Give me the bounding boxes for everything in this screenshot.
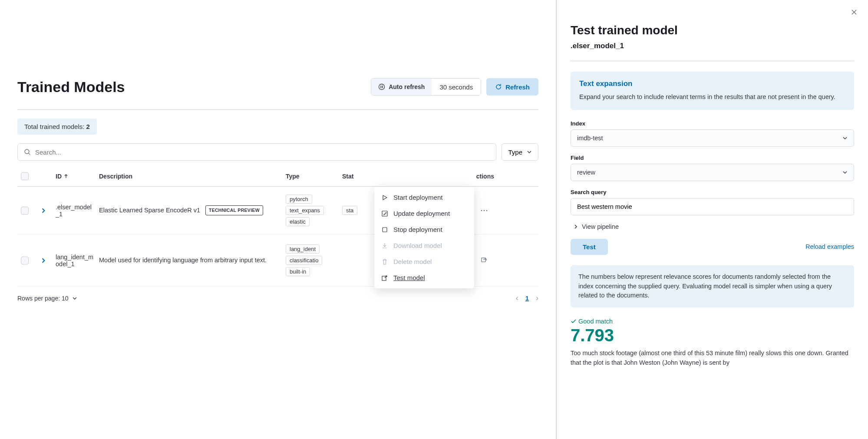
menu-update-deployment[interactable]: Update deployment: [374, 205, 474, 221]
menu-download-model: Download model: [374, 238, 474, 254]
svg-point-5: [481, 210, 482, 211]
trash-icon: [381, 258, 388, 265]
technical-preview-badge: TECHNICAL PREVIEW: [205, 205, 263, 216]
check-icon: [571, 318, 577, 324]
search-input[interactable]: [35, 149, 490, 156]
stop-icon: [381, 226, 388, 233]
reload-examples-link[interactable]: Reload examples: [805, 243, 854, 250]
page-title: Trained Models: [17, 79, 125, 96]
type-tag: lang_ident: [286, 244, 320, 254]
result-document-text: Too much stock footage (almost one third…: [571, 349, 854, 368]
search-query-label: Search query: [571, 189, 854, 195]
divider: [17, 109, 538, 110]
match-label: Good match: [571, 318, 854, 325]
refresh-icon: [495, 83, 502, 90]
svg-rect-11: [382, 276, 386, 281]
refresh-button[interactable]: Refresh: [486, 78, 538, 96]
chevron-down-icon: [842, 135, 848, 141]
pagination: ‹ 1 ›: [516, 294, 538, 303]
field-label: Field: [571, 155, 854, 161]
callout-text: Expand your search to include relevant t…: [579, 92, 845, 102]
row-context-menu: Start deployment Update deployment Stop …: [374, 187, 474, 288]
refresh-label: Refresh: [505, 83, 530, 91]
type-tag: text_expans: [286, 206, 324, 215]
download-icon: [381, 242, 388, 249]
search-icon: [24, 149, 31, 155]
svg-point-6: [484, 210, 485, 211]
autorefresh-toggle[interactable]: Auto refresh: [371, 79, 432, 95]
menu-delete-model: Delete model: [374, 254, 474, 270]
svg-point-0: [379, 84, 385, 90]
menu-stop-deployment[interactable]: Stop deployment: [374, 221, 474, 238]
chevron-down-icon: [527, 149, 532, 155]
type-tag: built-in: [286, 267, 310, 276]
col-state[interactable]: Stat: [342, 173, 412, 180]
svg-point-7: [486, 210, 488, 211]
type-tag: pytorch: [286, 195, 312, 204]
select-all-checkbox[interactable]: [21, 172, 29, 180]
type-tag: elastic: [286, 217, 310, 226]
prev-page-button[interactable]: ‹: [516, 294, 518, 303]
type-filter[interactable]: Type: [502, 143, 538, 161]
export-icon: [381, 274, 388, 281]
close-icon: [851, 9, 858, 16]
test-model-flyout: Test trained model .elser_model_1 Text e…: [557, 0, 868, 439]
relevance-score: 7.793: [571, 326, 854, 345]
autorefresh-interval[interactable]: 30 seconds: [432, 79, 481, 95]
autorefresh-control[interactable]: Auto refresh 30 seconds: [371, 78, 481, 96]
svg-rect-2: [382, 86, 383, 88]
search-input-wrap[interactable]: [17, 143, 496, 161]
pause-icon: [378, 83, 385, 90]
row-checkbox[interactable]: [21, 257, 29, 264]
row-checkbox[interactable]: [21, 207, 29, 215]
state-tag: sta: [342, 206, 357, 215]
col-id[interactable]: ID: [56, 173, 99, 180]
next-page-button[interactable]: ›: [536, 294, 538, 303]
index-select[interactable]: imdb-test: [571, 129, 854, 147]
svg-rect-8: [482, 258, 485, 262]
autorefresh-label: Auto refresh: [389, 83, 425, 90]
table-header: ID Description Type Stat ctions: [17, 166, 538, 187]
model-id: lang_ident_model_1: [56, 254, 99, 267]
flyout-subtitle: .elser_model_1: [571, 42, 854, 50]
type-tag: classificatio: [286, 256, 322, 265]
chevron-right-icon: [573, 224, 578, 229]
test-button[interactable]: Test: [571, 239, 608, 255]
svg-point-3: [25, 149, 29, 154]
rows-per-page[interactable]: Rows per page: 10: [17, 295, 77, 302]
menu-test-model[interactable]: Test model: [374, 270, 474, 286]
relevance-info-callout: The numbers below represent relevance sc…: [571, 265, 854, 307]
edit-icon: [381, 210, 388, 217]
callout-title: Text expansion: [579, 79, 845, 88]
svg-line-4: [29, 153, 30, 155]
col-description[interactable]: Description: [99, 173, 286, 180]
chevron-down-icon: [842, 170, 848, 175]
flyout-title: Test trained model: [571, 23, 854, 37]
close-button[interactable]: [851, 9, 858, 16]
sort-asc-icon: [63, 174, 69, 179]
expand-button[interactable]: [38, 255, 49, 266]
svg-rect-1: [381, 86, 382, 88]
model-id: .elser_model_1: [56, 204, 99, 218]
play-icon: [381, 194, 388, 201]
svg-rect-10: [383, 228, 387, 232]
total-models-badge: Total trained models: 2: [17, 119, 97, 135]
col-actions: ctions: [468, 173, 494, 180]
index-label: Index: [571, 120, 854, 127]
field-select[interactable]: review: [571, 164, 854, 181]
model-description: Model used for identifying language from…: [99, 256, 267, 265]
model-description: Elastic Learned Sparse EncodeR v1: [99, 206, 200, 215]
page-number[interactable]: 1: [525, 294, 529, 302]
search-query-input[interactable]: [571, 198, 854, 215]
chevron-down-icon: [72, 296, 77, 301]
menu-start-deployment[interactable]: Start deployment: [374, 189, 474, 205]
text-expansion-callout: Text expansion Expand your search to inc…: [571, 72, 854, 110]
row-actions-button[interactable]: [479, 205, 490, 216]
col-type[interactable]: Type: [286, 173, 342, 180]
view-pipeline-toggle[interactable]: View pipeline: [573, 223, 854, 230]
expand-flyout-button[interactable]: [479, 255, 490, 266]
expand-button[interactable]: [38, 205, 49, 216]
